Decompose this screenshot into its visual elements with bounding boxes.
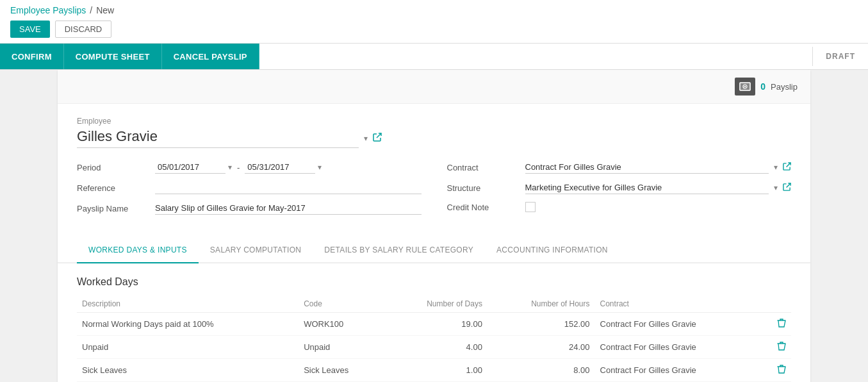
structure-dropdown-icon[interactable]: ▾ <box>774 183 778 192</box>
worked-days-table: Description Code Number of Days Number o… <box>77 295 791 382</box>
breadcrumb-parent[interactable]: Employee Payslips <box>10 5 86 15</box>
period-end-dropdown-icon[interactable]: ▾ <box>318 163 322 172</box>
payslip-header: 0 Payslip <box>58 70 810 104</box>
payslip-icon <box>735 78 755 96</box>
main-content: 0 Payslip Employee ▾ <box>0 70 868 382</box>
contract-dropdown-icon[interactable]: ▾ <box>774 163 778 172</box>
row-0-contract: Contract For Gilles Gravie <box>595 313 762 336</box>
period-row: Period ▾ - ▾ <box>77 161 422 174</box>
row-1-contract: Contract For Gilles Gravie <box>595 336 762 359</box>
row-0-description: Normal Working Days paid at 100% <box>77 313 299 336</box>
left-column: Period ▾ - ▾ Reference <box>77 161 422 222</box>
contract-input[interactable] <box>525 161 769 174</box>
svg-line-6 <box>787 183 791 188</box>
col-actions <box>761 295 791 313</box>
reference-row: Reference <box>77 181 422 194</box>
form-container: 0 Payslip Employee ▾ <box>58 70 810 382</box>
row-2-num-hours: 8.00 <box>487 359 595 382</box>
payslip-widget[interactable]: 0 Payslip <box>735 78 798 96</box>
employee-label: Employee <box>77 117 791 126</box>
save-button[interactable]: SAVE <box>10 21 50 38</box>
payslip-name-row: Payslip Name <box>77 202 422 215</box>
svg-line-4 <box>377 133 381 138</box>
svg-point-3 <box>744 86 746 87</box>
worked-days-section: Worked Days Description Code Number of D… <box>77 276 791 382</box>
row-0-code: WORK100 <box>299 313 384 336</box>
row-1-description: Unpaid <box>77 336 299 359</box>
top-bar: Employee Payslips / New SAVE DISCARD <box>0 0 868 44</box>
contract-label: Contract <box>447 163 518 172</box>
cancel-payslip-button[interactable]: CANCEL PAYSLIP <box>162 44 259 69</box>
table-row: Sick Leaves Sick Leaves 1.00 8.00 Contra… <box>77 359 791 382</box>
row-1-num-hours: 24.00 <box>487 336 595 359</box>
tab-bar: WORKED DAYS & INPUTS SALARY COMPUTATION … <box>58 238 810 263</box>
confirm-button[interactable]: CONFIRM <box>0 44 64 69</box>
row-2-num-days: 1.00 <box>385 359 487 382</box>
credit-note-checkbox[interactable] <box>525 202 536 212</box>
employee-dropdown-icon[interactable]: ▾ <box>364 134 368 143</box>
breadcrumb: Employee Payslips / New <box>10 5 858 15</box>
tab-accounting[interactable]: ACCOUNTING INFORMATION <box>485 238 619 263</box>
period-label: Period <box>77 163 147 172</box>
action-bar: CONFIRM COMPUTE SHEET CANCEL PAYSLIP DRA… <box>0 44 868 70</box>
col-description: Description <box>77 295 299 313</box>
tab-details-salary-rule[interactable]: DETAILS BY SALARY RULE CATEGORY <box>313 238 485 263</box>
row-1-code: Unpaid <box>299 336 384 359</box>
period-inputs: ▾ - ▾ <box>155 161 322 174</box>
table-row: Unpaid Unpaid 4.00 24.00 Contract For Gi… <box>77 336 791 359</box>
col-num-hours: Number of Hours <box>487 295 595 313</box>
worked-days-title: Worked Days <box>77 276 791 288</box>
status-badge: DRAFT <box>812 47 868 66</box>
svg-line-5 <box>787 163 791 167</box>
period-start-input[interactable] <box>155 161 225 174</box>
credit-note-label: Credit Note <box>447 203 518 212</box>
form-body: Employee ▾ Period <box>58 104 810 382</box>
employee-name-row: ▾ <box>77 128 791 148</box>
col-num-days: Number of Days <box>385 295 487 313</box>
period-start-dropdown-icon[interactable]: ▾ <box>228 163 232 172</box>
structure-row: Structure ▾ <box>447 181 792 194</box>
contract-external-link-icon[interactable] <box>783 162 791 172</box>
table-header-row: Description Code Number of Days Number o… <box>77 295 791 313</box>
payslip-label: Payslip <box>771 82 798 92</box>
payslip-name-input[interactable] <box>155 202 422 215</box>
row-1-num-days: 4.00 <box>385 336 487 359</box>
reference-label: Reference <box>77 183 147 193</box>
structure-input[interactable] <box>525 181 769 194</box>
right-column: Contract ▾ <box>447 161 792 222</box>
row-0-delete-icon[interactable] <box>761 313 791 336</box>
credit-note-row: Credit Note <box>447 202 792 212</box>
row-1-delete-icon[interactable] <box>761 336 791 359</box>
period-end-input[interactable] <box>245 161 315 174</box>
row-2-contract: Contract For Gilles Gravie <box>595 359 762 382</box>
employee-name-input[interactable] <box>77 128 359 148</box>
row-0-num-days: 19.00 <box>385 313 487 336</box>
row-2-code: Sick Leaves <box>299 359 384 382</box>
payslip-count: 0 <box>760 81 766 92</box>
employee-external-link-icon[interactable] <box>373 133 382 144</box>
tab-worked-days[interactable]: WORKED DAYS & INPUTS <box>77 238 199 263</box>
row-0-num-hours: 152.00 <box>487 313 595 336</box>
row-2-description: Sick Leaves <box>77 359 299 382</box>
top-actions: SAVE DISCARD <box>10 21 858 38</box>
structure-label: Structure <box>447 183 518 193</box>
col-contract: Contract <box>595 295 762 313</box>
discard-button[interactable]: DISCARD <box>55 21 112 38</box>
compute-sheet-button[interactable]: COMPUTE SHEET <box>64 44 162 69</box>
structure-external-link-icon[interactable] <box>783 183 791 193</box>
breadcrumb-current: New <box>96 5 114 15</box>
tab-salary-computation[interactable]: SALARY COMPUTATION <box>199 238 313 263</box>
row-2-delete-icon[interactable] <box>761 359 791 382</box>
breadcrumb-separator: / <box>90 5 92 15</box>
reference-input[interactable] <box>155 181 422 194</box>
table-row: Normal Working Days paid at 100% WORK100… <box>77 313 791 336</box>
contract-row: Contract ▾ <box>447 161 792 174</box>
col-code: Code <box>299 295 384 313</box>
payslip-name-label: Payslip Name <box>77 204 147 213</box>
